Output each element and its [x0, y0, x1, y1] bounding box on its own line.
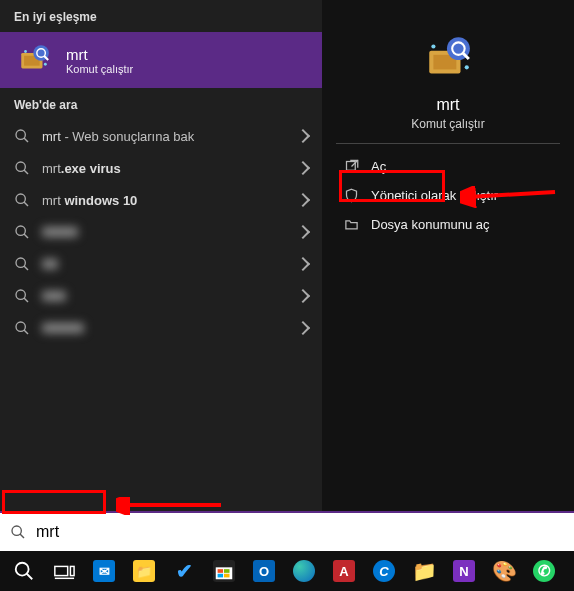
taskbar: ✉ 📁 ✔ O A C 📁 N 🎨 ✆: [0, 551, 574, 591]
taskbar-paint-icon[interactable]: 🎨: [484, 551, 524, 591]
svg-line-10: [24, 202, 28, 206]
svg-point-15: [16, 290, 25, 299]
search-results-panel: En iyi eşleşme mrt Komut çalıştır Web'de…: [0, 0, 322, 511]
open-icon: [344, 159, 359, 174]
search-icon: [14, 192, 30, 208]
svg-line-12: [24, 234, 28, 238]
svg-point-4: [44, 63, 47, 66]
taskbar-store-icon[interactable]: [204, 551, 244, 591]
result-text: mrt - Web sonuçlarına bak: [42, 129, 194, 144]
chevron-right-icon: [296, 321, 310, 335]
result-text: mrt windows 10: [42, 193, 137, 208]
svg-point-7: [16, 162, 25, 171]
annotation-arrow: [116, 497, 226, 515]
taskbar-explorer-icon[interactable]: 📁: [124, 551, 164, 591]
svg-line-18: [24, 330, 28, 334]
search-icon: [10, 524, 26, 540]
search-icon: [14, 256, 30, 272]
best-match-header: En iyi eşleşme: [0, 0, 322, 32]
taskbar-outlook-icon[interactable]: O: [244, 551, 284, 591]
web-result-item[interactable]: [0, 248, 322, 280]
shield-icon: [344, 188, 359, 203]
chevron-right-icon: [296, 193, 310, 207]
svg-point-11: [16, 226, 25, 235]
svg-rect-34: [224, 569, 230, 573]
svg-point-13: [16, 258, 25, 267]
svg-point-17: [16, 322, 25, 331]
chevron-right-icon: [296, 225, 310, 239]
taskbar-folder-icon[interactable]: 📁: [404, 551, 444, 591]
result-text-blurred: [42, 289, 66, 304]
web-result-item[interactable]: mrt - Web sonuçlarına bak: [0, 120, 322, 152]
annotation-arrow: [460, 186, 560, 208]
svg-point-27: [16, 563, 29, 576]
chevron-right-icon: [296, 161, 310, 175]
divider: [336, 143, 560, 144]
chevron-right-icon: [296, 257, 310, 271]
taskbar-edge-icon[interactable]: [284, 551, 324, 591]
taskbar-acrobat-icon[interactable]: A: [324, 551, 364, 591]
web-search-header: Web'de ara: [0, 88, 322, 120]
svg-line-6: [24, 138, 28, 142]
action-open[interactable]: Aç: [322, 152, 574, 181]
result-text: mrt.exe virus: [42, 161, 121, 176]
folder-icon: [344, 217, 359, 232]
svg-line-16: [24, 298, 28, 302]
taskbar-task-view[interactable]: [44, 551, 84, 591]
search-icon: [14, 128, 30, 144]
svg-line-28: [27, 574, 33, 580]
search-icon: [14, 320, 30, 336]
svg-line-37: [468, 192, 555, 197]
taskbar-onenote-icon[interactable]: N: [444, 551, 484, 591]
result-text-blurred: [42, 321, 84, 336]
svg-line-8: [24, 170, 28, 174]
action-open-location[interactable]: Dosya konumunu aç: [322, 210, 574, 239]
search-bar[interactable]: [0, 511, 574, 551]
preview-title: mrt: [322, 96, 574, 114]
svg-rect-30: [70, 566, 74, 575]
svg-rect-32: [216, 567, 233, 579]
result-text-blurred: [42, 257, 58, 272]
best-match-subtitle: Komut çalıştır: [66, 63, 133, 75]
web-result-item[interactable]: mrt.exe virus: [0, 152, 322, 184]
best-match-item[interactable]: mrt Komut çalıştır: [0, 32, 322, 88]
taskbar-whatsapp-icon[interactable]: ✆: [524, 551, 564, 591]
search-icon: [14, 288, 30, 304]
web-result-item[interactable]: [0, 280, 322, 312]
web-result-item[interactable]: [0, 216, 322, 248]
svg-point-5: [16, 130, 25, 139]
search-input[interactable]: [36, 523, 564, 541]
svg-rect-24: [347, 162, 356, 171]
chevron-right-icon: [296, 289, 310, 303]
search-icon: [14, 224, 30, 240]
svg-rect-29: [55, 566, 68, 575]
svg-rect-35: [218, 574, 224, 578]
svg-point-3: [24, 50, 27, 53]
svg-rect-33: [218, 569, 224, 573]
svg-point-25: [12, 526, 21, 535]
svg-point-23: [465, 65, 469, 69]
preview-subtitle: Komut çalıştır: [322, 117, 574, 131]
action-label: Aç: [371, 159, 386, 174]
svg-rect-36: [224, 574, 230, 578]
taskbar-todo-icon[interactable]: ✔: [164, 551, 204, 591]
taskbar-mail-icon[interactable]: ✉: [84, 551, 124, 591]
result-text-blurred: [42, 225, 78, 240]
search-icon: [14, 160, 30, 176]
svg-line-14: [24, 266, 28, 270]
svg-line-26: [20, 534, 24, 538]
mrt-app-icon: [14, 40, 54, 80]
web-result-item[interactable]: mrt windows 10: [0, 184, 322, 216]
svg-point-9: [16, 194, 25, 203]
best-match-title: mrt: [66, 46, 133, 63]
preview-panel: mrt Komut çalıştır Aç Yönetici olarak ça…: [322, 0, 574, 511]
taskbar-calendar-icon[interactable]: C: [364, 551, 404, 591]
mrt-app-icon-large: [419, 30, 477, 88]
taskbar-search-button[interactable]: [4, 551, 44, 591]
chevron-right-icon: [296, 129, 310, 143]
action-label: Dosya konumunu aç: [371, 217, 490, 232]
web-result-item[interactable]: [0, 312, 322, 344]
svg-point-22: [431, 44, 435, 48]
